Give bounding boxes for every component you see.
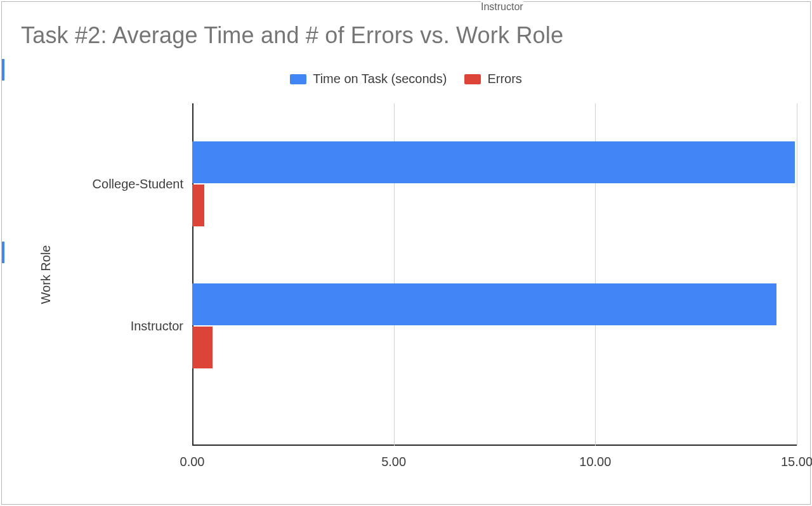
tick-10: 10.00: [579, 455, 611, 469]
legend-swatch-time: [290, 74, 306, 84]
legend: Time on Task (seconds) Errors: [2, 72, 810, 86]
legend-item-errors: Errors: [464, 72, 521, 86]
legend-label-errors: Errors: [487, 72, 521, 86]
tick-0: 0.00: [180, 455, 205, 469]
y-axis-label: Work Role: [39, 245, 53, 304]
crop-artifact-text: Instructor: [481, 1, 523, 13]
crop-artifact-bar-2: [2, 242, 4, 263]
bar-college-student-time: [192, 141, 795, 183]
legend-item-time: Time on Task (seconds): [290, 72, 447, 86]
bar-instructor-time: [192, 283, 776, 325]
tick-15: 15.00: [781, 455, 812, 469]
category-label-instructor: Instructor: [131, 319, 183, 334]
x-axis-line: [192, 444, 797, 446]
plot-area: College-Student Instructor 0.00 5.00 10.…: [192, 103, 797, 446]
chart-title: Task #2: Average Time and # of Errors vs…: [21, 22, 563, 49]
chart-frame: Instructor Task #2: Average Time and # o…: [1, 1, 811, 505]
tick-5: 5.00: [381, 455, 406, 469]
legend-swatch-errors: [464, 74, 481, 84]
legend-label-time: Time on Task (seconds): [313, 72, 447, 86]
bar-instructor-errors: [192, 327, 213, 368]
category-label-college-student: College-Student: [93, 177, 183, 191]
gridline-15: [797, 103, 797, 446]
bar-college-student-errors: [192, 185, 204, 226]
